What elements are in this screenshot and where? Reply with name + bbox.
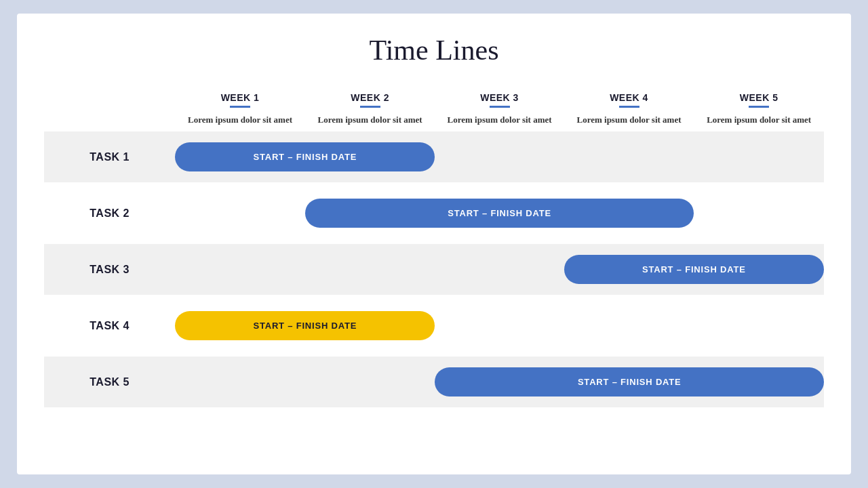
week-2-header: WEEK 2 Lorem ipsum dolor sit amet (305, 87, 435, 131)
task-5-btn-cell: START – FINISH DATE (435, 357, 824, 407)
week-2-desc: Lorem ipsum dolor sit amet (318, 115, 422, 125)
task-2-name: TASK 2 (44, 188, 175, 239)
task-3-name: TASK 3 (44, 244, 175, 295)
page-title: Time Lines (44, 34, 824, 66)
week-5-title: WEEK 5 (701, 92, 817, 103)
week-4-underline (619, 106, 639, 108)
timeline-table: WEEK 1 Lorem ipsum dolor sit amet WEEK 2… (44, 87, 824, 407)
task-4-row: TASK 4 START – FINISH DATE (44, 300, 824, 351)
task-3-row: TASK 3 START – FINISH DATE (44, 244, 824, 295)
week-1-title: WEEK 1 (182, 92, 298, 103)
week-5-underline (749, 106, 769, 108)
week-1-header: WEEK 1 Lorem ipsum dolor sit amet (175, 87, 305, 131)
task-1-row: TASK 1 START – FINISH DATE (44, 131, 824, 182)
task-1-name: TASK 1 (44, 131, 175, 182)
task-label-header (44, 87, 175, 131)
task-1-empty-5 (694, 131, 824, 182)
task-5-name: TASK 5 (44, 357, 175, 407)
sep-4 (44, 351, 824, 357)
week-5-header: WEEK 5 Lorem ipsum dolor sit amet (694, 87, 824, 131)
task-2-row: TASK 2 START – FINISH DATE (44, 188, 824, 239)
task-3-empty-2 (305, 244, 435, 295)
task-5-empty-2 (305, 357, 435, 407)
task-1-button[interactable]: START – FINISH DATE (175, 142, 435, 171)
task-4-empty-5 (694, 300, 824, 351)
task-1-btn-cell: START – FINISH DATE (175, 131, 435, 182)
task-5-button[interactable]: START – FINISH DATE (435, 367, 824, 396)
task-5-row: TASK 5 START – FINISH DATE (44, 357, 824, 407)
header-row: WEEK 1 Lorem ipsum dolor sit amet WEEK 2… (44, 87, 824, 131)
task-2-btn-cell: START – FINISH DATE (305, 188, 694, 239)
task-3-btn-cell: START – FINISH DATE (564, 244, 824, 295)
main-card: Time Lines WEEK 1 Lorem ipsum dolor sit … (17, 14, 851, 474)
task-4-button[interactable]: START – FINISH DATE (175, 311, 435, 340)
week-1-desc: Lorem ipsum dolor sit amet (188, 115, 292, 125)
week-3-underline (490, 106, 510, 108)
week-4-desc: Lorem ipsum dolor sit amet (576, 115, 681, 125)
week-4-title: WEEK 4 (571, 92, 688, 103)
task-5-empty-1 (175, 357, 305, 407)
task-3-empty-1 (175, 244, 305, 295)
task-4-name: TASK 4 (44, 300, 175, 351)
task-3-button[interactable]: START – FINISH DATE (564, 255, 824, 284)
task-4-btn-cell: START – FINISH DATE (175, 300, 435, 351)
sep-2 (44, 239, 824, 244)
sep-3 (44, 295, 824, 300)
week-2-underline (360, 106, 380, 108)
task-4-empty-3 (435, 300, 564, 351)
task-4-empty-4 (564, 300, 694, 351)
task-2-empty-5 (694, 188, 824, 239)
task-2-button[interactable]: START – FINISH DATE (305, 199, 694, 228)
week-4-header: WEEK 4 Lorem ipsum dolor sit amet (564, 87, 694, 131)
task-2-empty-1 (175, 188, 305, 239)
week-2-title: WEEK 2 (312, 92, 429, 103)
task-1-empty-3 (435, 131, 564, 182)
week-5-desc: Lorem ipsum dolor sit amet (707, 115, 811, 125)
task-1-empty-4 (564, 131, 694, 182)
week-3-title: WEEK 3 (441, 92, 557, 103)
week-3-header: WEEK 3 Lorem ipsum dolor sit amet (435, 87, 564, 131)
sep-1 (44, 182, 824, 188)
week-3-desc: Lorem ipsum dolor sit amet (448, 115, 552, 125)
week-1-underline (230, 106, 250, 108)
task-3-empty-3 (435, 244, 564, 295)
